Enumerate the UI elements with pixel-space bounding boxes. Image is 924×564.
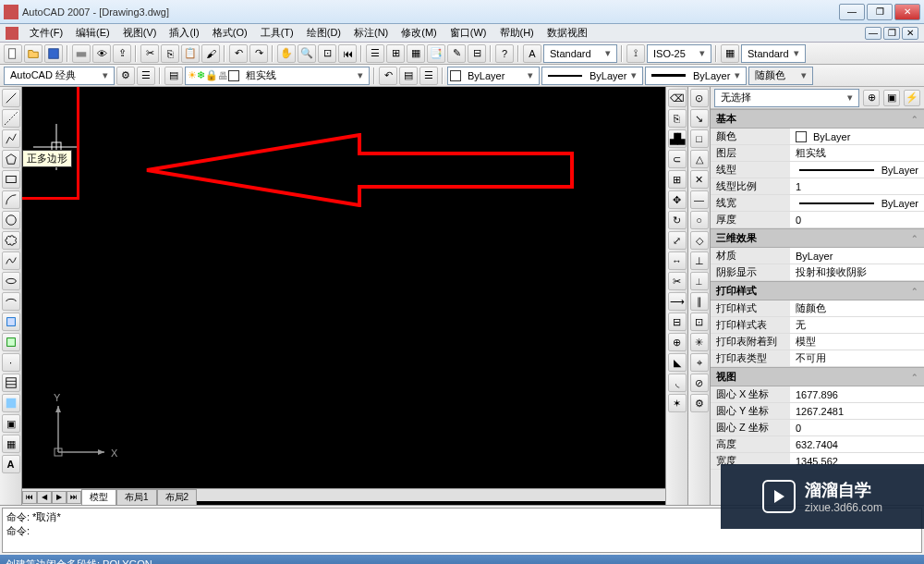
section-view[interactable]: 视图⌃ [711,367,924,386]
paste-button[interactable]: 📋 [181,44,200,63]
select-objects-button[interactable]: ▣ [883,90,900,106]
table-tool[interactable]: ▦ [2,435,20,453]
snap-nearest-button[interactable]: ⌖ [690,353,709,372]
designcenter-button[interactable]: ⊞ [386,44,405,63]
snap-endpoint-button[interactable]: □ [690,129,709,148]
print-button[interactable] [72,44,91,63]
value-color[interactable]: ByLayer [790,129,924,144]
mirror-tool[interactable]: ▟▙ [668,129,687,148]
spline-tool[interactable] [2,251,20,270]
rotate-tool[interactable]: ↻ [668,211,687,229]
value-plotattach[interactable]: 模型 [790,334,924,349]
textstyle-combo[interactable]: Standard▾ [543,44,617,63]
undo-button[interactable]: ↶ [229,44,248,63]
layer-manager-button[interactable]: ▤ [164,67,183,85]
make-block-tool[interactable] [2,333,20,351]
new-button[interactable] [4,44,22,63]
temp-track-button[interactable]: ⊙ [690,89,709,107]
copy-tool[interactable]: ⎘ [668,109,687,128]
snap-tangent-button[interactable]: ⊥ [690,251,709,270]
tab-first-button[interactable]: ⏮ [22,491,37,504]
ellipse-arc-tool[interactable] [2,292,20,311]
menu-file[interactable]: 文件(F) [24,24,68,42]
selection-combo[interactable]: 无选择▾ [714,89,859,107]
pickadd-button[interactable]: ⊕ [863,90,880,106]
maximize-button[interactable]: ❐ [867,4,893,20]
save-button[interactable] [44,44,63,63]
menu-view[interactable]: 视图(V) [117,24,163,42]
properties-button[interactable]: ☰ [366,44,384,63]
snap-node-button[interactable]: ✳ [690,333,709,351]
fillet-tool[interactable]: ◟ [668,374,687,392]
menu-tools[interactable]: 工具(T) [255,24,299,42]
polyline-tool[interactable] [2,129,20,148]
mtext-tool[interactable]: A [2,455,20,473]
sheetset-button[interactable]: 📑 [427,44,445,63]
revcloud-tool[interactable] [2,231,20,250]
tab-prev-button[interactable]: ◀ [37,491,52,504]
value-linetype[interactable]: ByLayer [790,162,924,178]
rectangle-tool[interactable] [2,170,20,189]
value-centery[interactable]: 1267.2481 [790,403,924,419]
open-button[interactable] [24,44,43,63]
menu-dimension[interactable]: 标注(N) [348,24,394,42]
value-layer[interactable]: 粗实线 [790,145,924,161]
value-lineweight[interactable]: ByLayer [790,195,924,211]
help-button[interactable]: ? [495,44,514,63]
tab-next-button[interactable]: ▶ [52,491,67,504]
mdi-restore-button[interactable]: ❐ [883,27,900,40]
plotstyle-combo[interactable]: 随颜色▾ [748,67,813,85]
lineweight-combo[interactable]: ByLayer▾ [645,67,747,85]
menu-insert[interactable]: 插入(I) [164,24,204,42]
polygon-tool[interactable] [2,150,20,168]
close-button[interactable]: ✕ [894,4,920,20]
calc-button[interactable]: ⊟ [468,44,486,63]
layer-prev-button[interactable]: ↶ [379,67,397,85]
menu-format[interactable]: 格式(O) [207,24,253,42]
workspace-combo[interactable]: AutoCAD 经典▾ [4,67,115,85]
match-button[interactable]: 🖌 [201,44,220,63]
zoom-window-button[interactable]: ⊡ [318,44,336,63]
value-plottype[interactable]: 不可用 [790,350,924,366]
value-shadow[interactable]: 投射和接收阴影 [790,264,924,280]
tab-layout1[interactable]: 布局1 [116,489,157,506]
value-ltscale[interactable]: 1 [790,178,924,194]
zoom-realtime-button[interactable]: 🔍 [298,44,316,63]
snap-midpoint-button[interactable]: △ [690,150,709,168]
horizontal-scrollbar[interactable] [197,488,665,501]
value-centerx[interactable]: 1677.896 [790,386,924,402]
snap-intersection-button[interactable]: ✕ [690,170,709,189]
tab-last-button[interactable]: ⏭ [67,491,81,504]
extend-tool[interactable]: ⟶ [668,292,687,311]
workspace-save-button[interactable]: ☰ [137,67,155,85]
snap-none-button[interactable]: ⊘ [690,374,709,392]
snap-insert-button[interactable]: ⊡ [690,313,709,331]
cut-button[interactable]: ✂ [140,44,159,63]
tab-model[interactable]: 模型 [81,489,116,506]
drawing-canvas[interactable]: X Y 正多边形 [22,87,665,488]
zoom-previous-button[interactable]: ⏮ [338,44,357,63]
linetype-combo[interactable]: ByLayer▾ [541,67,643,85]
erase-tool[interactable]: ⌫ [668,89,687,107]
menu-edit[interactable]: 编辑(E) [70,24,116,42]
value-material[interactable]: ByLayer [790,248,924,264]
value-plotstyle[interactable]: 随颜色 [790,300,924,316]
tab-layout2[interactable]: 布局2 [157,489,198,506]
toolpalette-button[interactable]: ▦ [407,44,425,63]
trim-tool[interactable]: ✂ [668,272,687,290]
section-plot[interactable]: 打印样式⌃ [711,281,924,300]
markup-button[interactable]: ✎ [447,44,466,63]
pan-button[interactable]: ✋ [277,44,296,63]
arc-tool[interactable] [2,190,20,209]
publish-button[interactable]: ⇪ [113,44,131,63]
join-tool[interactable]: ⊕ [668,333,687,351]
snap-center-button[interactable]: ○ [690,211,709,229]
quickselect-button[interactable]: ⚡ [904,90,920,106]
tablestyle-icon[interactable]: ▦ [721,44,739,63]
layer-combo[interactable]: ☀❄🔒🖶 粗实线▾ [185,67,370,85]
mdi-minimize-button[interactable]: — [865,27,881,40]
construction-line-tool[interactable] [2,109,20,128]
snap-from-button[interactable]: ↘ [690,109,709,128]
workspace-settings-button[interactable]: ⚙ [116,67,135,85]
value-thickness[interactable]: 0 [790,212,924,227]
